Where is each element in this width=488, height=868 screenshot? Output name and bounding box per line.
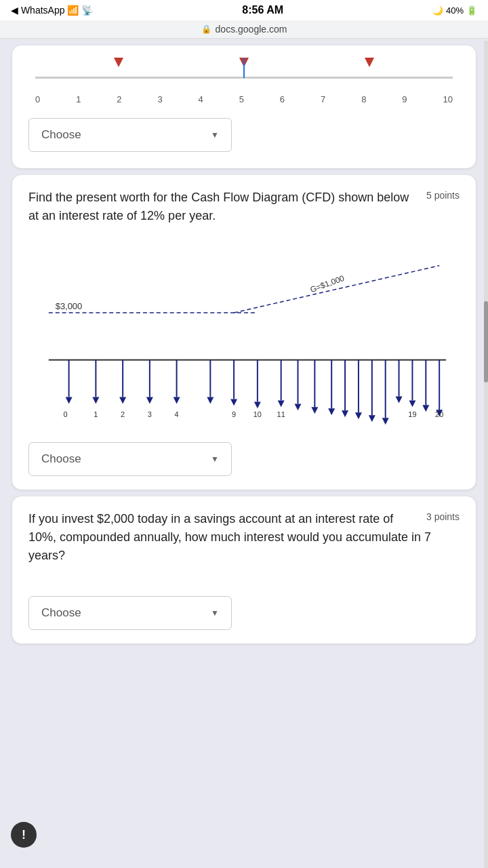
- svg-marker-12: [174, 397, 180, 403]
- back-whatsapp[interactable]: ◀ WhatsApp: [11, 5, 64, 16]
- choose-dropdown-2[interactable]: Choose ▼: [28, 442, 232, 476]
- svg-marker-14: [207, 397, 214, 403]
- svg-text:3: 3: [148, 410, 152, 418]
- wifi-icon: 📡: [81, 5, 93, 16]
- svg-text:$3,000: $3,000: [56, 301, 82, 311]
- choose-label-1: Choose: [41, 128, 81, 142]
- svg-text:2: 2: [121, 410, 125, 418]
- svg-text:4: 4: [175, 410, 179, 418]
- marker-arrow-2: [114, 58, 123, 67]
- question-2-title: 5 points Find the present worth for the …: [28, 189, 460, 225]
- svg-marker-22: [278, 400, 285, 407]
- question-3-title: 3 points If you invest $2,000 today in a…: [28, 510, 460, 565]
- battery-icon: 🔋: [466, 5, 477, 16]
- url-bar[interactable]: 🔒 docs.google.com: [0, 20, 488, 39]
- svg-marker-42: [422, 405, 429, 412]
- chevron-icon-3: ▼: [211, 608, 219, 618]
- signal-icon: 📶: [67, 5, 79, 16]
- choose-label-3: Choose: [41, 606, 81, 620]
- svg-marker-10: [146, 397, 153, 403]
- svg-line-19: [234, 266, 439, 313]
- svg-text:1: 1: [94, 410, 98, 418]
- svg-marker-40: [409, 400, 415, 407]
- svg-marker-38: [396, 396, 403, 403]
- slider-area[interactable]: 0 1 2 3 4 5 6 7 8 9 10: [28, 52, 460, 107]
- svg-text:9: 9: [232, 410, 236, 418]
- choose-dropdown-1[interactable]: Choose ▼: [28, 118, 232, 152]
- question-3-card: 3 points If you invest $2,000 today in a…: [12, 496, 476, 644]
- svg-text:0: 0: [64, 410, 68, 418]
- marker-center: [243, 58, 245, 78]
- svg-marker-4: [66, 397, 73, 403]
- svg-marker-18: [254, 401, 261, 408]
- arrows-group: G=$1,000: [66, 266, 443, 425]
- svg-marker-26: [311, 407, 318, 414]
- marker-2: [114, 58, 123, 67]
- svg-marker-8: [119, 397, 126, 403]
- lock-icon: 🔒: [201, 24, 211, 34]
- slider-card: 0 1 2 3 4 5 6 7 8 9 10 Choose ▼: [12, 45, 476, 168]
- marker-arrow-8: [365, 58, 374, 67]
- svg-marker-36: [382, 418, 389, 425]
- svg-marker-30: [342, 410, 348, 417]
- cfd-svg: $3,000: [28, 241, 460, 431]
- question-2-points: 5 points: [426, 189, 460, 203]
- chevron-icon-2: ▼: [211, 454, 219, 464]
- battery-text: 40%: [446, 5, 464, 16]
- tick-labels: 0 1 2 3 4 5 6 7 8 9 10: [35, 94, 453, 104]
- time-display: 8:56 AM: [242, 4, 283, 16]
- svg-marker-6: [92, 397, 99, 403]
- svg-marker-16: [230, 399, 237, 406]
- svg-marker-24: [295, 403, 302, 410]
- scrollbar-track[interactable]: [484, 41, 488, 650]
- status-left: ◀ WhatsApp 📶 📡: [11, 5, 93, 16]
- svg-marker-34: [369, 415, 375, 422]
- choose-label-2: Choose: [41, 452, 81, 466]
- chevron-icon-1: ▼: [211, 130, 219, 140]
- svg-text:11: 11: [277, 410, 285, 418]
- question-3-points: 3 points: [426, 510, 460, 524]
- svg-marker-28: [328, 408, 335, 415]
- slider-track-container[interactable]: [35, 58, 453, 92]
- svg-marker-32: [355, 412, 362, 419]
- svg-text:20: 20: [435, 410, 443, 418]
- marker-8: [365, 58, 374, 67]
- svg-text:10: 10: [253, 410, 262, 418]
- status-right: 🌙 40% 🔋: [432, 5, 477, 16]
- scrollbar-thumb[interactable]: [484, 301, 488, 382]
- choose-dropdown-3[interactable]: Choose ▼: [28, 596, 232, 630]
- svg-text:19: 19: [408, 410, 416, 418]
- question-2-card: 5 points Find the present worth for the …: [12, 175, 476, 490]
- cfd-chart: $3,000: [28, 241, 460, 431]
- url-text: docs.google.com: [216, 24, 287, 35]
- status-bar: ◀ WhatsApp 📶 📡 8:56 AM 🌙 40% 🔋: [0, 0, 488, 20]
- moon-icon: 🌙: [432, 5, 443, 16]
- question-2-text: Find the present worth for the Cash Flow…: [28, 191, 409, 222]
- question-3-text: If you invest $2,000 today in a savings …: [28, 512, 431, 562]
- page-content: 0 1 2 3 4 5 6 7 8 9 10 Choose ▼ 5 points…: [0, 45, 488, 644]
